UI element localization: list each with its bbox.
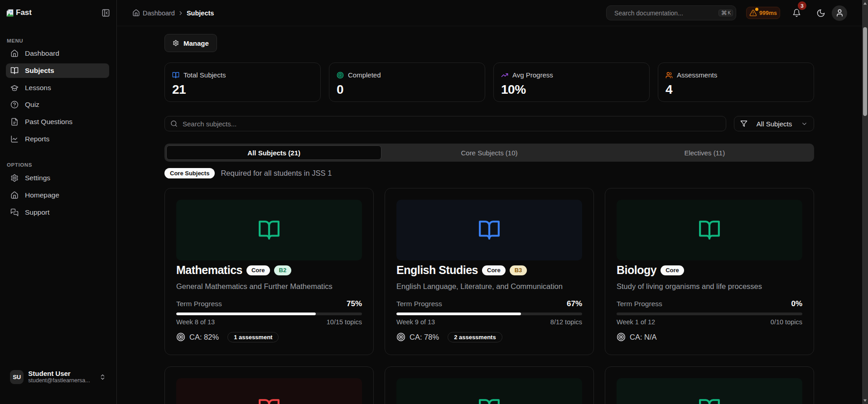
gear-icon <box>173 40 179 46</box>
progress-fill <box>396 313 521 315</box>
section-note: Required for all students in JSS 1 <box>221 169 332 178</box>
subject-tabs: All Subjects (21) Core Subjects (10) Ele… <box>164 144 814 162</box>
week-label: Week 9 of 13 <box>396 318 435 326</box>
gear-icon <box>10 174 19 182</box>
sidebar-item-label: Past Questions <box>25 118 72 126</box>
sidebar-item-lessons[interactable]: Lessons <box>6 81 109 95</box>
home-icon[interactable] <box>132 9 140 17</box>
subject-thumbnail <box>617 378 802 404</box>
book-open-icon <box>172 72 179 79</box>
progress-bar <box>396 313 582 315</box>
tab-core-subjects[interactable]: Core Subjects (10) <box>381 145 597 160</box>
users-icon <box>665 72 673 79</box>
topics-label: 0/10 topics <box>771 318 802 326</box>
stat-value: 0 <box>337 82 477 97</box>
stat-label: Completed <box>348 71 381 79</box>
scrollbar[interactable] <box>862 0 868 404</box>
home-icon <box>10 191 19 199</box>
subject-search-input[interactable]: Search subjects... <box>164 116 726 131</box>
avatar: SU <box>10 370 24 384</box>
file-text-icon <box>10 118 19 126</box>
target-icon <box>617 332 626 341</box>
sidebar-collapse-button[interactable] <box>101 9 110 17</box>
subject-thumbnail <box>396 200 582 260</box>
profile-button[interactable] <box>832 5 847 21</box>
subject-title: Mathematics <box>176 264 242 277</box>
subject-card-mathematics[interactable]: Mathematics Core B2 General Mathematics … <box>164 188 374 355</box>
tab-electives[interactable]: Electives (11) <box>597 145 812 160</box>
messages-square-icon <box>10 208 19 216</box>
sidebar-item-quiz[interactable]: Quiz <box>6 97 109 112</box>
chevron-down-icon <box>801 120 808 127</box>
book-open-icon <box>10 67 19 75</box>
subject-card[interactable] <box>605 366 814 404</box>
topbar: Dashboard Subjects Search documentation.… <box>117 0 862 26</box>
progress-label: Term Progress <box>176 300 222 308</box>
manage-button[interactable]: Manage <box>164 34 217 52</box>
funnel-icon <box>740 120 747 127</box>
subject-description: Study of living organisms and life proce… <box>617 282 762 291</box>
sidebar-item-label: Reports <box>25 135 49 143</box>
topics-label: 10/15 topics <box>327 318 362 326</box>
subject-card[interactable] <box>164 366 374 404</box>
stat-card-assessments: Assessments 4 <box>658 63 814 102</box>
sidebar-section-menu-label: MENU <box>7 38 23 43</box>
sidebar-item-subjects[interactable]: Subjects <box>6 63 109 78</box>
subject-title: English Studies <box>396 264 478 277</box>
sidebar: Fast MENU Dashboard Subjects Lessons Qui… <box>0 0 117 404</box>
subject-filter-dropdown[interactable]: All Subjects <box>734 116 814 131</box>
sidebar-item-label: Support <box>25 208 49 216</box>
notification-count-badge: 3 <box>798 1 806 10</box>
scrollbar-thumb[interactable] <box>863 27 867 116</box>
sidebar-item-past-questions[interactable]: Past Questions <box>6 115 109 129</box>
brand-logo-icon <box>6 9 14 17</box>
sidebar-section-options-label: OPTIONS <box>7 162 32 168</box>
notifications-button[interactable]: 3 <box>792 9 801 17</box>
topics-label: 8/12 topics <box>550 318 582 326</box>
target-icon <box>176 332 185 341</box>
progress-percent: 0% <box>791 299 802 308</box>
alert-dot <box>755 8 758 11</box>
sidebar-item-settings[interactable]: Settings <box>6 171 109 185</box>
latency-badge[interactable]: 999ms <box>746 7 780 19</box>
sidebar-item-reports[interactable]: Reports <box>6 132 109 146</box>
stat-label: Avg Progress <box>512 71 553 79</box>
subject-card[interactable] <box>385 366 594 404</box>
user-menu[interactable]: SU Student User student@fastlearnersa... <box>10 370 106 384</box>
doc-search-input[interactable]: Search documentation... ⌘K <box>606 5 736 20</box>
sidebar-item-homepage[interactable]: Homepage <box>6 188 109 202</box>
progress-label: Term Progress <box>396 300 442 308</box>
sidebar-item-label: Dashboard <box>25 49 59 58</box>
subject-card-english-studies[interactable]: English Studies Core B3 English Language… <box>385 188 594 355</box>
shortcut-kbd: ⌘K <box>719 10 733 16</box>
theme-toggle-button[interactable] <box>816 9 825 18</box>
panel-left-close-icon <box>101 9 110 17</box>
subject-description: English Language, Literature, and Commun… <box>396 282 563 291</box>
sidebar-item-support[interactable]: Support <box>6 205 109 220</box>
level-badge: B2 <box>274 265 292 275</box>
breadcrumb: Dashboard Subjects <box>132 9 214 17</box>
breadcrumb-root[interactable]: Dashboard <box>143 10 175 17</box>
subject-grid-row2 <box>164 366 814 404</box>
chevrons-up-down-icon <box>99 374 106 380</box>
scrollbar-down-arrow[interactable] <box>862 399 868 403</box>
sidebar-item-label: Homepage <box>25 191 59 199</box>
user-name: Student User <box>28 370 99 377</box>
progress-bar <box>617 313 802 315</box>
scrollbar-up-arrow[interactable] <box>862 1 868 5</box>
bell-icon <box>792 9 801 17</box>
level-badge: B3 <box>510 265 527 275</box>
subject-search-placeholder: Search subjects... <box>183 120 236 128</box>
sidebar-item-dashboard[interactable]: Dashboard <box>6 46 109 61</box>
user-icon <box>835 9 844 17</box>
book-open-icon <box>478 397 501 404</box>
subject-card-biology[interactable]: Biology Core Study of living organisms a… <box>605 188 814 355</box>
book-open-icon <box>258 219 280 241</box>
chart-line-icon <box>10 135 19 143</box>
assessments-badge: 2 assessments <box>448 332 502 342</box>
subject-thumbnail <box>176 200 362 260</box>
graduation-cap-icon <box>10 84 19 92</box>
subject-thumbnail <box>617 200 802 260</box>
tab-all-subjects[interactable]: All Subjects (21) <box>166 145 381 160</box>
brand-row: Fast <box>6 6 110 19</box>
